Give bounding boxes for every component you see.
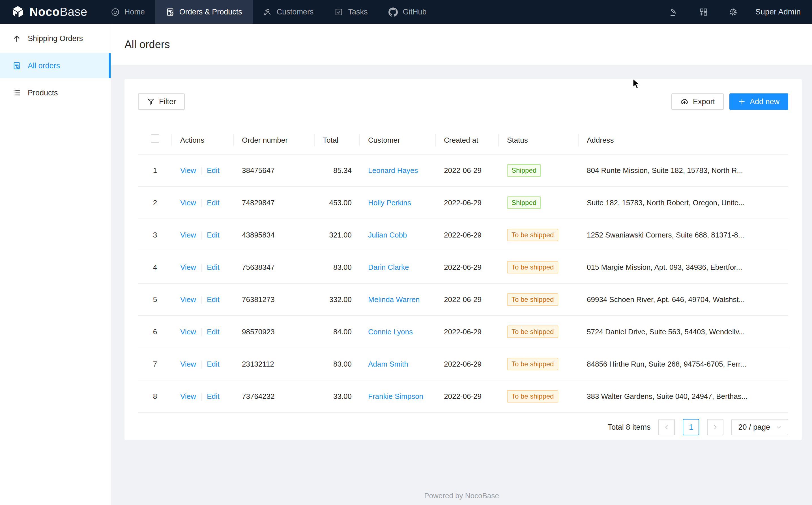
row-index: 5 (138, 283, 172, 316)
status-cell: Shipped (499, 187, 579, 219)
select-all-checkbox[interactable] (151, 134, 159, 143)
status-badge: Shipped (507, 196, 541, 209)
filter-button[interactable]: Filter (138, 94, 185, 110)
edit-link[interactable]: Edit (207, 295, 220, 304)
customer-cell: Darin Clarke (360, 251, 436, 283)
view-link[interactable]: View (180, 263, 196, 272)
column-header-status: Status (499, 126, 579, 154)
edit-link[interactable]: Edit (207, 263, 220, 272)
edit-link[interactable]: Edit (207, 166, 220, 175)
user-menu[interactable]: Super Admin (748, 0, 812, 24)
chevron-right-icon (712, 424, 718, 430)
status-cell: To be shipped (499, 316, 579, 348)
address-cell: 015 Margie Mission, Apt. 093, 34936, Ebe… (579, 251, 788, 283)
view-link[interactable]: View (180, 166, 196, 175)
row-index: 2 (138, 187, 172, 219)
status-cell: To be shipped (499, 348, 579, 380)
app-logo[interactable]: NocoBase (0, 0, 100, 24)
customer-cell: Frankie Simpson (360, 380, 436, 412)
customer-link[interactable]: Darin Clarke (368, 263, 409, 272)
page-footer: Powered by NocoBase (111, 491, 812, 500)
total-cell: 453.00 (315, 187, 360, 219)
customer-link[interactable]: Holly Perkins (368, 198, 411, 207)
check-square-icon (334, 8, 343, 16)
user-name: Super Admin (755, 7, 801, 16)
sidebar-item-shipping-orders[interactable]: Shipping Orders (0, 26, 110, 51)
row-actions-cell: ViewEdit (172, 348, 234, 380)
nav-tab-github[interactable]: GitHub (378, 0, 437, 24)
page-1-button[interactable]: 1 (683, 419, 699, 436)
row-index: 4 (138, 251, 172, 283)
highlighter-icon (669, 7, 679, 17)
row-actions-cell: ViewEdit (172, 154, 234, 187)
customer-link[interactable]: Melinda Warren (368, 295, 420, 304)
created-at-cell: 2022-06-29 (436, 219, 499, 251)
edit-link[interactable]: Edit (207, 392, 220, 400)
page-size-select[interactable]: 20 / page (731, 419, 788, 436)
customer-link[interactable]: Frankie Simpson (368, 392, 423, 400)
address-cell: 5724 Daniel Drive, Suite 563, 54403, Wen… (579, 316, 788, 348)
address-cell: 84856 Hirthe Run, Suite 268, 94754-6705,… (579, 348, 788, 380)
sidebar-item-all-orders[interactable]: All orders (0, 53, 110, 78)
customer-link[interactable]: Leonard Hayes (368, 166, 418, 175)
export-button[interactable]: Export (671, 94, 724, 110)
action-divider (201, 231, 202, 239)
column-header-order-number: Order number (234, 126, 315, 154)
next-page-button[interactable] (707, 419, 724, 436)
action-divider (201, 199, 202, 207)
order-number-cell: 38475647 (234, 154, 315, 187)
ui-editor-button[interactable] (659, 0, 689, 24)
created-at-cell: 2022-06-29 (436, 283, 499, 316)
customer-link[interactable]: Adam Smith (368, 360, 408, 368)
row-index: 3 (138, 219, 172, 251)
address-cell: Suite 182, 15783, North Robert, Oregon, … (579, 187, 788, 219)
action-divider (201, 167, 202, 175)
status-badge: To be shipped (507, 293, 558, 306)
settings-button[interactable] (718, 0, 748, 24)
edit-link[interactable]: Edit (207, 198, 220, 207)
address-cell: 804 Runte Mission, Suite 182, 15783, Nor… (579, 154, 788, 187)
plugin-manager-button[interactable] (689, 0, 718, 24)
view-link[interactable]: View (180, 198, 196, 207)
column-header-customer: Customer (360, 126, 436, 154)
order-number-cell: 76381273 (234, 283, 315, 316)
action-divider (201, 264, 202, 272)
table-row: 7 ViewEdit 23132112 83.00 Adam Smith 202… (138, 348, 788, 380)
nav-tab-orders-products[interactable]: Orders & Products (155, 0, 253, 24)
view-link[interactable]: View (180, 360, 196, 368)
created-at-cell: 2022-06-29 (436, 154, 499, 187)
orders-card: Filter Export Add new (124, 79, 802, 440)
edit-link[interactable]: Edit (207, 231, 220, 239)
view-link[interactable]: View (180, 328, 196, 336)
nav-tab-home[interactable]: Home (100, 0, 155, 24)
row-actions-cell: ViewEdit (172, 219, 234, 251)
add-new-button[interactable]: Add new (729, 94, 788, 110)
filter-icon (147, 98, 155, 106)
edit-link[interactable]: Edit (207, 328, 220, 336)
action-divider (201, 393, 202, 401)
row-actions-cell: ViewEdit (172, 380, 234, 412)
view-link[interactable]: View (180, 231, 196, 239)
table-row: 8 ViewEdit 73764232 33.00 Frankie Simpso… (138, 380, 788, 412)
edit-link[interactable]: Edit (207, 360, 220, 368)
status-cell: To be shipped (499, 251, 579, 283)
row-index: 8 (138, 380, 172, 412)
sidebar-item-products[interactable]: Products (0, 80, 110, 105)
created-at-cell: 2022-06-29 (436, 251, 499, 283)
github-icon (388, 7, 398, 17)
status-badge: Shipped (507, 164, 541, 177)
table-row: 3 ViewEdit 43895834 321.00 Julian Cobb 2… (138, 219, 788, 251)
row-actions-cell: ViewEdit (172, 283, 234, 316)
nav-tab-customers[interactable]: Customers (253, 0, 324, 24)
view-link[interactable]: View (180, 295, 196, 304)
column-header-address: Address (579, 126, 788, 154)
view-link[interactable]: View (180, 392, 196, 400)
column-header-created-at: Created at (436, 126, 499, 154)
page-title: All orders (124, 38, 170, 51)
previous-page-button[interactable] (658, 419, 675, 436)
row-actions-cell: ViewEdit (172, 251, 234, 283)
customer-link[interactable]: Connie Lyons (368, 328, 413, 336)
customer-link[interactable]: Julian Cobb (368, 231, 407, 239)
nav-tab-tasks[interactable]: Tasks (324, 0, 378, 24)
nav-tabs: Home Orders & Products Customers (100, 0, 437, 24)
